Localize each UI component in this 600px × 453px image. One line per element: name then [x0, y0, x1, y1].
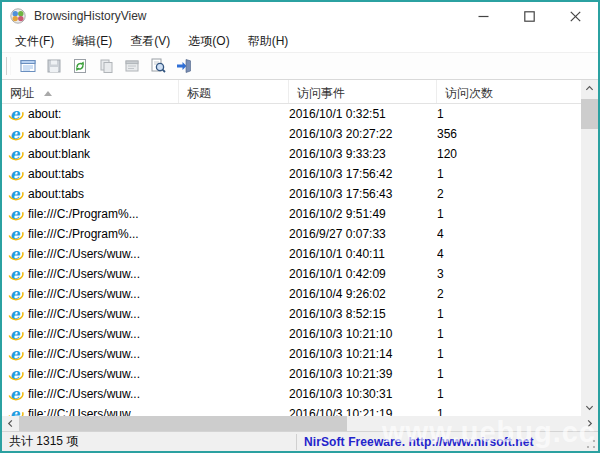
menu-item[interactable]: 帮助(H) — [239, 30, 298, 53]
close-button[interactable] — [552, 2, 598, 30]
scroll-up-button[interactable] — [581, 80, 598, 97]
url-text: about:blank — [28, 127, 90, 141]
table-row[interactable]: e file:///C:/Users/wuw... 2016/10/3 10:2… — [2, 364, 581, 384]
refresh-icon — [72, 58, 88, 74]
internet-explorer-icon: e — [8, 246, 24, 262]
properties-button[interactable] — [120, 55, 144, 77]
horizontal-scrollbar[interactable] — [2, 416, 598, 431]
visit-time-cell: 2016/10/3 10:30:31 — [289, 387, 437, 401]
sort-ascending-icon — [44, 91, 52, 96]
table-row[interactable]: e file:///C:/Users/wuw... 2016/10/3 10:2… — [2, 404, 581, 416]
copy-button[interactable] — [94, 55, 118, 77]
url-cell: e about:tabs — [2, 186, 179, 202]
table-row[interactable]: e about:tabs 2016/10/3 17:56:42 1 — [2, 164, 581, 184]
table-row[interactable]: e file:///C:/Users/wuw... 2016/10/4 9:26… — [2, 284, 581, 304]
table-row[interactable]: e file:///C:/Program%... 2016/10/2 9:51:… — [2, 204, 581, 224]
url-text: file:///C:/Users/wuw... — [28, 347, 140, 361]
url-cell: e file:///C:/Users/wuw... — [2, 346, 179, 362]
visit-count-cell: 1 — [437, 107, 581, 121]
browsing-history-view-icon — [10, 8, 26, 24]
scroll-down-button[interactable] — [581, 399, 598, 416]
toolbar-gripper[interactable] — [6, 57, 11, 75]
internet-explorer-icon: e — [8, 166, 24, 182]
menu-item[interactable]: 查看(V) — [121, 30, 179, 53]
visit-time-cell: 2016/10/3 17:56:43 — [289, 187, 437, 201]
find-button[interactable] — [146, 55, 170, 77]
visit-count-cell: 4 — [437, 247, 581, 261]
visit-time-cell: 2016/9/27 0:07:33 — [289, 227, 437, 241]
internet-explorer-icon: e — [8, 326, 24, 342]
table-row[interactable]: e about:blank 2016/10/3 9:33:23 120 — [2, 144, 581, 164]
url-cell: e file:///C:/Users/wuw... — [2, 286, 179, 302]
url-cell: e file:///C:/Program%... — [2, 226, 179, 242]
table-row[interactable]: e file:///C:/Users/wuw... 2016/10/1 0:40… — [2, 244, 581, 264]
visit-time-cell: 2016/10/3 17:56:42 — [289, 167, 437, 181]
properties-icon — [124, 58, 140, 74]
visit-count-cell: 1 — [437, 167, 581, 181]
menu-item[interactable]: 文件(F) — [6, 30, 63, 53]
chevron-right-icon — [585, 419, 594, 428]
horizontal-scrollbar-thumb[interactable] — [19, 416, 347, 431]
url-cell: e file:///C:/Users/wuw... — [2, 326, 179, 342]
visit-count-cell: 1 — [437, 207, 581, 221]
advanced-options-button[interactable] — [16, 55, 40, 77]
url-text: file:///C:/Users/wuw... — [28, 267, 140, 281]
maximize-icon — [524, 11, 535, 22]
refresh-button[interactable] — [68, 55, 92, 77]
vertical-scrollbar[interactable] — [581, 80, 598, 416]
menu-item[interactable]: 编辑(E) — [63, 30, 121, 53]
scroll-left-button[interactable] — [2, 416, 19, 431]
visit-time-cell: 2016/10/3 8:52:15 — [289, 307, 437, 321]
table-row[interactable]: e file:///C:/Users/wuw... 2016/10/1 0:42… — [2, 264, 581, 284]
copy-icon — [98, 58, 114, 74]
url-text: about: — [28, 107, 61, 121]
visit-time-cell: 2016/10/3 10:21:10 — [289, 327, 437, 341]
url-cell: e about: — [2, 106, 179, 122]
url-cell: e about:blank — [2, 146, 179, 162]
table-row[interactable]: e file:///C:/Users/wuw... 2016/10/3 10:2… — [2, 344, 581, 364]
minimize-button[interactable] — [460, 2, 506, 30]
save-button[interactable] — [42, 55, 66, 77]
internet-explorer-icon: e — [8, 346, 24, 362]
resize-grip[interactable] — [586, 439, 596, 449]
table-row[interactable]: e about:blank 2016/10/3 20:27:22 356 — [2, 124, 581, 144]
title-bar[interactable]: BrowsingHistoryView — [2, 2, 598, 30]
url-cell: e file:///C:/Users/wuw... — [2, 386, 179, 402]
table-row[interactable]: e file:///C:/Program%... 2016/9/27 0:07:… — [2, 224, 581, 244]
url-text: file:///C:/Users/wuw... — [28, 287, 140, 301]
url-text: file:///C:/Users/wuw... — [28, 387, 140, 401]
table-row[interactable]: e file:///C:/Users/wuw... 2016/10/3 10:3… — [2, 384, 581, 404]
visit-time-cell: 2016/10/3 20:27:22 — [289, 127, 437, 141]
url-text: file:///C:/Program%... — [28, 227, 139, 241]
internet-explorer-icon: e — [8, 366, 24, 382]
status-bar: 共计 1315 项 NirSoft Freeware. http://www.n… — [2, 431, 598, 451]
url-cell: e file:///C:/Users/wuw... — [2, 366, 179, 382]
exit-button[interactable] — [172, 55, 196, 77]
maximize-button[interactable] — [506, 2, 552, 30]
scroll-right-button[interactable] — [581, 416, 598, 431]
url-cell: e file:///C:/Users/wuw... — [2, 306, 179, 322]
column-header-visit-count[interactable]: 访问次数 — [437, 80, 581, 103]
visit-time-cell: 2016/10/1 0:32:51 — [289, 107, 437, 121]
menu-item[interactable]: 选项(O) — [179, 30, 238, 53]
vertical-scrollbar-thumb[interactable] — [581, 99, 598, 129]
column-header-url[interactable]: 网址 — [2, 80, 179, 103]
table-row[interactable]: e file:///C:/Users/wuw... 2016/10/3 8:52… — [2, 304, 581, 324]
url-text: file:///C:/Users/wuw... — [28, 327, 140, 341]
url-cell: e file:///C:/Users/wuw... — [2, 266, 179, 282]
url-cell: e about:blank — [2, 126, 179, 142]
column-header-visit-time[interactable]: 访问事件 — [289, 80, 437, 103]
table-row[interactable]: e file:///C:/Users/wuw... 2016/10/3 10:2… — [2, 324, 581, 344]
table-row[interactable]: e about: 2016/10/1 0:32:51 1 — [2, 104, 581, 124]
visit-count-cell: 2 — [437, 187, 581, 201]
save-icon — [46, 58, 62, 74]
column-header-title[interactable]: 标题 — [179, 80, 289, 103]
internet-explorer-icon: e — [8, 286, 24, 302]
url-cell: e file:///C:/Users/wuw... — [2, 246, 179, 262]
close-icon — [570, 11, 581, 22]
visit-time-cell: 2016/10/3 10:21:39 — [289, 367, 437, 381]
table-row[interactable]: e about:tabs 2016/10/3 17:56:43 2 — [2, 184, 581, 204]
history-list: 网址 标题 访问事件 访问次数 e about: 2016/10/1 0:32:… — [2, 80, 598, 431]
internet-explorer-icon: e — [8, 386, 24, 402]
url-cell: e file:///C:/Program%... — [2, 206, 179, 222]
